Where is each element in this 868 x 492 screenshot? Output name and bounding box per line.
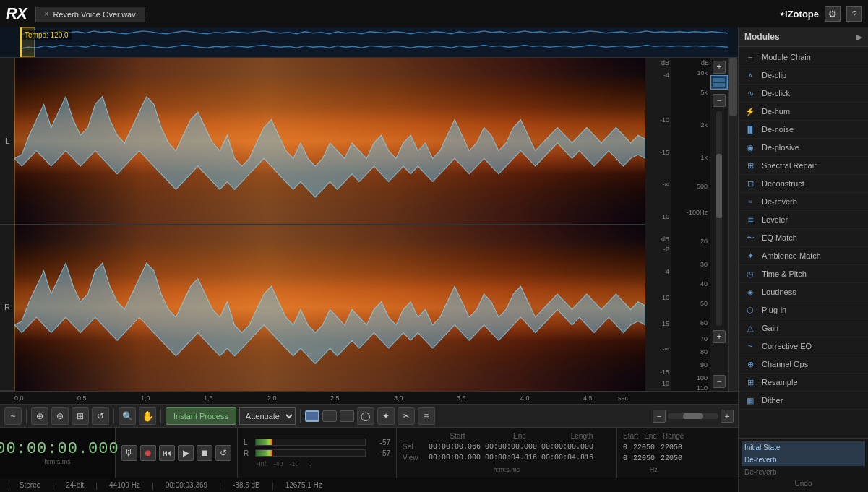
module-loudness-icon: ◈	[744, 286, 756, 298]
module-declick-label: De-click	[762, 89, 790, 98]
module-item-deplosive[interactable]: ◉ De-plosive	[739, 139, 868, 157]
module-plugin-label: Plug-in	[762, 306, 786, 314]
history-initial-state[interactable]: Initial State	[742, 441, 865, 454]
brush-tool[interactable]: ✦	[377, 407, 395, 425]
spectrogram-thumbnail[interactable]	[710, 75, 728, 90]
lasso-tool[interactable]: ◯	[357, 407, 374, 425]
zoom-sel-tool[interactable]: ↺	[92, 407, 109, 425]
module-denoise-icon: ▐▌	[744, 124, 756, 135]
module-item-loudness[interactable]: ◈ Loudness	[739, 283, 868, 301]
zoom-fit-v-button[interactable]: −	[713, 375, 726, 388]
meter-fill-r	[256, 450, 272, 456]
record-button[interactable]: ⏺	[140, 445, 156, 461]
history-item-2[interactable]: De-reverb	[742, 466, 865, 478]
zoom-h-in-button[interactable]: +	[721, 410, 734, 423]
module-item-dehum[interactable]: ⚡ De-hum	[739, 103, 868, 121]
zoom-out-tool[interactable]: ⊖	[51, 407, 69, 425]
freq-sel-tool[interactable]	[340, 410, 354, 422]
module-item-deconstruct[interactable]: ⊟ Deconstruct	[739, 175, 868, 193]
settings-button[interactable]: ⚙	[825, 6, 841, 22]
module-ambience-match-icon: ✦	[744, 250, 756, 262]
module-loudness-label: Loudness	[762, 288, 796, 296]
module-resample-label: Resample	[762, 378, 798, 387]
module-item-leveler[interactable]: ≋ Leveler	[739, 211, 868, 229]
mic-button[interactable]: 🎙	[121, 445, 137, 461]
play-button[interactable]: ▶	[178, 445, 194, 461]
waveform-view-button[interactable]: ~	[4, 407, 22, 425]
meter-bar-r	[255, 449, 366, 457]
status-duration: 00:00:03.369	[166, 481, 207, 489]
rect-sel-tool[interactable]	[305, 410, 319, 422]
module-chain-label: Module Chain	[762, 53, 811, 61]
harmonic-sel-tool[interactable]: ≡	[418, 407, 435, 425]
file-tab[interactable]: × Reverb Voice Over.wav	[35, 7, 145, 22]
module-item-denoise[interactable]: ▐▌ De-noise	[739, 121, 868, 139]
hand-tool[interactable]: ✋	[139, 407, 156, 425]
zoom-fit-button[interactable]: +	[713, 330, 726, 343]
waveform-overview[interactable]: Tempo: 120.0	[0, 27, 738, 58]
module-item-gain[interactable]: △ Gain	[739, 319, 868, 337]
module-item-resample[interactable]: ⊞ Resample	[739, 374, 868, 392]
magnify-tool[interactable]: 🔍	[119, 407, 136, 425]
instant-process-button[interactable]: Instant Process	[166, 407, 236, 425]
sel-start: 00:00:00.066	[429, 443, 481, 451]
history-item-1[interactable]: De-reverb	[742, 454, 865, 466]
magic-wand-tool[interactable]: ✂	[398, 407, 415, 425]
module-gain-label: Gain	[762, 324, 778, 332]
toolbar-divider-4	[300, 409, 301, 423]
svg-rect-9	[713, 78, 725, 82]
module-item-time-pitch[interactable]: ◷ Time & Pitch	[739, 265, 868, 283]
rx-logo: RX	[6, 4, 27, 23]
meter-value-r: -57	[369, 449, 390, 457]
module-dehum-label: De-hum	[762, 107, 790, 116]
attenuate-select[interactable]: Attenuate Remove Isolate	[239, 407, 296, 425]
time-sel-tool[interactable]	[322, 410, 337, 422]
module-item-ambience-match[interactable]: ✦ Ambience Match	[739, 247, 868, 265]
time-ruler[interactable]: 0,0 0,5 1,0 1,5 2,0 2,5 3,0 3,5 4,0 4,5 …	[0, 391, 738, 404]
module-plugin-icon: ⬡	[744, 304, 756, 316]
vertical-scrollbar-thumb[interactable]	[729, 58, 737, 116]
zoom-h-controls: − +	[653, 410, 734, 423]
toolbar-divider-1	[26, 409, 27, 423]
module-item-channel-ops[interactable]: ⊕ Channel Ops	[739, 355, 868, 374]
header-length: Length	[553, 432, 611, 440]
time-marker-45: 4,5	[583, 394, 593, 402]
skip-back-button[interactable]: ⏮	[159, 445, 175, 461]
vertical-scrollbar[interactable]	[728, 58, 738, 391]
zoom-in-button[interactable]: +	[713, 61, 726, 74]
channel-labels: L R	[0, 58, 14, 391]
freq-10k: 10k	[697, 69, 708, 77]
zoom-h-out-button[interactable]: −	[653, 410, 666, 423]
time-marker-30: 3,0	[394, 394, 403, 402]
module-item-declick[interactable]: ∿ De-click	[739, 85, 868, 103]
module-item-dereverb[interactable]: ≈ De-reverb	[739, 193, 868, 211]
tab-close-icon[interactable]: ×	[45, 10, 49, 18]
loop-button[interactable]: ↺	[215, 445, 231, 461]
module-item-chain[interactable]: ≡ Module Chain	[739, 48, 868, 66]
zoom-fit-tool[interactable]: ⊞	[72, 407, 89, 425]
module-item-eq-match[interactable]: 〜 EQ Match	[739, 229, 868, 247]
zoom-h-slider[interactable]	[668, 413, 718, 419]
spectrogram-wrapper[interactable]	[14, 58, 645, 391]
zoom-in-tool[interactable]: ⊕	[31, 407, 48, 425]
module-item-plugin[interactable]: ⬡ Plug-in	[739, 301, 868, 319]
range-unit: Hz	[623, 466, 684, 473]
time-marker-0: 0,0	[14, 394, 24, 402]
level-meters: L -57 R -57 -Inf. -40 -10	[238, 428, 397, 478]
module-item-corrective-eq[interactable]: ~ Corrective EQ	[739, 337, 868, 355]
module-dither-icon: ▦	[744, 394, 756, 406]
stop-button[interactable]: ⏹	[197, 445, 212, 461]
spectrogram-container[interactable]: L R	[0, 58, 738, 391]
module-eq-match-icon: 〜	[744, 232, 756, 243]
help-button[interactable]: ?	[846, 6, 862, 22]
module-item-spectral-repair[interactable]: ⊞ Spectral Repair	[739, 157, 868, 175]
module-item-declip[interactable]: ∧ De-clip	[739, 66, 868, 85]
module-item-dither[interactable]: ▦ Dither	[739, 392, 868, 410]
zoom-out-button[interactable]: −	[713, 94, 726, 107]
meter-tick-40: -40	[271, 460, 285, 467]
modules-expand-icon[interactable]: ▶	[856, 33, 862, 42]
playhead-marker[interactable]	[20, 27, 22, 57]
module-ambience-match-label: Ambience Match	[762, 251, 821, 260]
channel-label-r: R	[0, 225, 14, 392]
freq-30: 30	[700, 261, 708, 268]
